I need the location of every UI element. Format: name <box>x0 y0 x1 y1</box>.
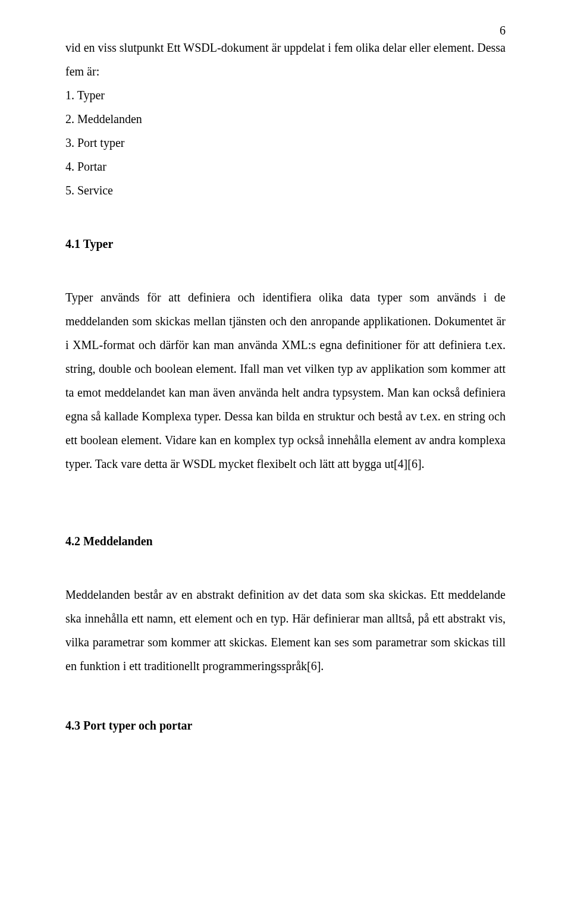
section-heading-4-1: 4.1 Typer <box>65 232 506 256</box>
list-item: 3. Port typer <box>65 131 506 155</box>
list-item: 1. Typer <box>65 83 506 107</box>
section-4-1-body: Typer används för att definiera och iden… <box>65 285 506 476</box>
section-heading-4-3: 4.3 Port typer och portar <box>65 714 506 737</box>
section-heading-4-2: 4.2 Meddelanden <box>65 529 506 553</box>
list-item: 5. Service <box>65 178 506 202</box>
page-number: 6 <box>500 24 506 37</box>
list-item: 2. Meddelanden <box>65 107 506 131</box>
list-item: 4. Portar <box>65 155 506 178</box>
numbered-list: 1. Typer 2. Meddelanden 3. Port typer 4.… <box>65 83 506 202</box>
document-page: 6 vid en viss slutpunkt Ett WSDL-dokumen… <box>0 0 571 924</box>
section-4-2-body: Meddelanden består av en abstrakt defini… <box>65 583 506 678</box>
lead-in-paragraph: vid en viss slutpunkt Ett WSDL-dokument … <box>65 36 506 83</box>
